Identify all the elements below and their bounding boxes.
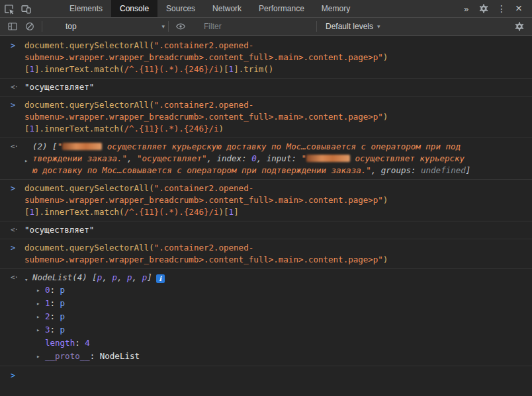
console-token: " — [301, 153, 306, 163]
prompt-chevron-icon: > — [11, 370, 15, 381]
live-expression-eye-button[interactable] — [172, 21, 189, 32]
console-token: тверждении заказа." — [32, 153, 127, 163]
console-token: 0 — [45, 285, 50, 295]
console-token: NodeList — [100, 351, 140, 361]
console-token: /^.{11}(.*).{246}/i — [124, 124, 219, 134]
context-label: top — [66, 22, 77, 31]
gear-icon — [514, 21, 525, 32]
console-token: [ — [24, 124, 30, 134]
console-token: 1 — [229, 207, 234, 217]
console-token: p — [60, 285, 66, 295]
tab-console[interactable]: Console — [111, 0, 157, 17]
output-chevron-icon: <· — [11, 81, 18, 93]
console-sidebar-toggle-button[interactable] — [4, 21, 21, 32]
toolbar-divider — [42, 21, 42, 32]
console-token: ] — [466, 165, 471, 175]
console-token: )[ — [219, 64, 229, 74]
tab-network[interactable]: Network — [204, 0, 250, 17]
tabbar-controls: » ⋮ × — [458, 0, 532, 17]
property-row: ▸1: p — [36, 297, 527, 310]
tab-sources[interactable]: Sources — [157, 0, 204, 17]
message-body: "осуществляет" — [24, 224, 527, 236]
gear-icon — [478, 3, 489, 14]
console-token: (2) [ — [32, 141, 58, 151]
tab-memory[interactable]: Memory — [313, 0, 359, 17]
console-token: index — [216, 153, 242, 163]
console-token: ].innerText.match( — [34, 124, 124, 134]
console-result: <·▾NodeList(4) [p, p, p, p]i▸0: p▸1: p▸2… — [0, 269, 532, 366]
clear-console-button[interactable] — [21, 21, 38, 32]
message-body: document.querySelectorAll(".container2.o… — [24, 182, 527, 218]
toolbar-divider — [316, 21, 317, 32]
console-token: p — [60, 298, 66, 308]
console-token: , — [117, 272, 127, 282]
info-badge-icon[interactable]: i — [156, 274, 165, 283]
menu-dots-button[interactable]: ⋮ — [494, 3, 510, 14]
input-chevron-icon: > — [11, 182, 15, 194]
console-token: : — [242, 153, 251, 163]
console-token: submenu>.wrapper.wrapper_breadcrumb>.con… — [24, 52, 383, 62]
message-body: document.querySelectorAll(".container2.o… — [24, 40, 527, 75]
javascript-context-selector[interactable]: top ▾ — [46, 22, 165, 31]
console-token: , — [132, 272, 142, 282]
console-token: осуществляет курьерску — [350, 153, 465, 163]
input-chevron-icon: > — [11, 242, 15, 254]
console-token: ) — [383, 112, 388, 122]
settings-gear-button[interactable] — [475, 3, 492, 14]
console-token: " — [58, 141, 63, 151]
console-token: , — [257, 153, 267, 163]
expand-toggle-icon[interactable]: ▸ — [36, 323, 45, 337]
console-token: : — [50, 311, 60, 321]
console-token: ].trim() — [234, 64, 273, 74]
tab-elements[interactable]: Elements — [61, 0, 111, 17]
device-toolbar-button[interactable] — [17, 0, 34, 17]
console-token: document.querySelectorAll( — [24, 243, 154, 253]
console-settings-button[interactable] — [511, 21, 528, 32]
console-token: 3 — [45, 325, 50, 335]
console-token: : — [411, 165, 421, 175]
console-token: ) — [383, 255, 388, 264]
console-result: <·(2) [" осуществляет курьерскую доставк… — [0, 138, 532, 180]
console-token: , — [102, 272, 112, 282]
expand-toggle-icon[interactable]: ▾ — [24, 274, 28, 286]
console-token: "осуществляет" — [137, 153, 206, 163]
console-command: >document.querySelectorAll(".container2.… — [0, 37, 532, 79]
console-token: осуществляет курьерскую доставку по Мос…… — [102, 141, 461, 151]
console-token: , — [127, 153, 137, 163]
more-tabs-button[interactable]: » — [458, 4, 474, 14]
console-token: 0 — [251, 153, 257, 163]
console-token: 1 — [45, 298, 50, 308]
expand-toggle-icon[interactable]: ▸ — [36, 284, 45, 297]
console-token: length — [45, 338, 75, 348]
console-token: /^.{11}(.*).{246}/i — [124, 207, 219, 217]
console-token: document.querySelectorAll( — [24, 183, 154, 193]
expand-toggle-icon[interactable]: ▸ — [24, 155, 28, 167]
console-panel[interactable]: >document.querySelectorAll(".container2.… — [0, 36, 532, 396]
message-body: (2) [" осуществляет курьерскую доставку … — [24, 141, 527, 177]
console-token: : — [90, 351, 100, 361]
console-token: __proto__ — [45, 351, 90, 361]
console-token: submenu>.wrapper.wrapper_breadcrumb>.con… — [24, 112, 383, 122]
console-token: ".container2.opened- — [154, 40, 254, 50]
console-token: ) — [383, 52, 388, 62]
levels-label: Default levels — [326, 22, 373, 31]
console-token: [ — [24, 64, 30, 74]
expand-toggle-icon[interactable]: ▸ — [36, 297, 45, 310]
console-token: ю доставку по Мос…совывается с операторо… — [32, 165, 371, 175]
filter-input[interactable] — [204, 22, 313, 31]
message-body: "осуществляет" — [24, 81, 527, 93]
console-token: p — [127, 272, 132, 282]
console-prompt[interactable]: > — [0, 366, 532, 385]
tab-performance[interactable]: Performance — [250, 0, 313, 17]
log-levels-dropdown[interactable]: Default levels ▾ — [320, 22, 380, 31]
console-token: document.querySelectorAll( — [24, 100, 154, 110]
close-devtools-button[interactable]: × — [511, 2, 527, 15]
console-token: /^.{11}(.*).{246}/i — [124, 64, 219, 74]
console-command: >document.querySelectorAll(".container2.… — [0, 180, 532, 221]
tab-strip: ElementsConsoleSourcesNetworkPerformance… — [61, 0, 359, 17]
console-command: >document.querySelectorAll(".container2.… — [0, 97, 532, 138]
expand-toggle-icon[interactable]: ▸ — [36, 350, 45, 363]
inspect-element-button[interactable] — [0, 0, 17, 17]
console-token: undefined — [421, 165, 466, 175]
expand-toggle-icon[interactable]: ▸ — [36, 310, 45, 323]
